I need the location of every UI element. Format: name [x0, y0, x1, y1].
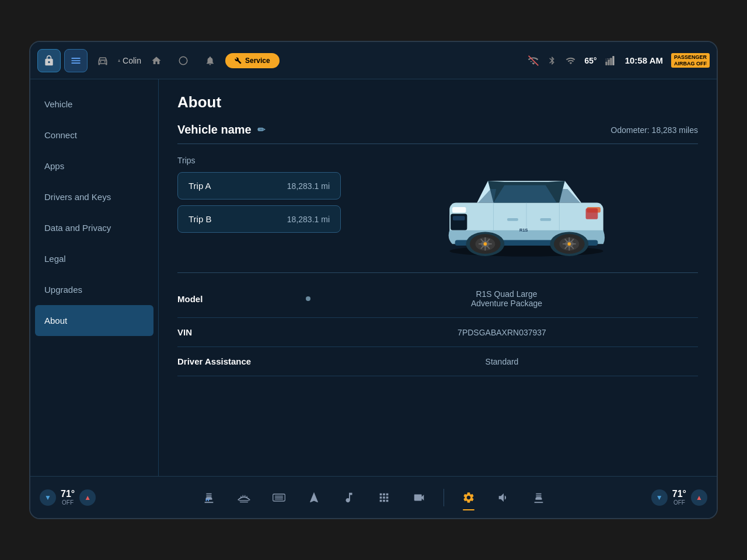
music-icon[interactable]: [338, 487, 359, 508]
right-temp-control: ▼ 71° OFF ▲: [602, 489, 707, 506]
vehicle-name-row: Vehicle name ✏ Odometer: 18,283 miles: [177, 123, 698, 136]
vin-value: 7PDSGABAXRN037937: [306, 328, 698, 337]
user-profile-btn[interactable]: Colin: [118, 49, 141, 72]
svg-rect-4: [605, 61, 607, 65]
settings-nav-icon-btn[interactable]: [64, 49, 88, 72]
vin-row: VIN 7PDSGABAXRN037937: [177, 318, 698, 347]
navigation-icon[interactable]: [303, 487, 324, 508]
home-icon-btn[interactable]: [145, 49, 168, 72]
defrost-front-icon[interactable]: [233, 487, 254, 508]
driver-assistance-label: Driver Assistance: [177, 356, 306, 366]
bell-icon-btn[interactable]: [198, 49, 222, 72]
trip-a-card[interactable]: Trip A 18,283.1 mi: [177, 172, 341, 200]
volume-icon[interactable]: [493, 487, 514, 508]
svg-rect-7: [612, 56, 614, 65]
sidebar-item-data-privacy[interactable]: Data and Privacy: [30, 212, 158, 243]
driver-assistance-value: Standard: [306, 357, 698, 366]
main-content-area: Vehicle Connect Apps Drivers and Keys Da…: [30, 79, 717, 476]
model-label: Model: [177, 294, 306, 304]
svg-rect-20: [586, 208, 598, 219]
svg-rect-14: [507, 218, 518, 221]
left-temp-down-btn[interactable]: ▼: [40, 489, 56, 506]
seat-heat-right-icon[interactable]: [528, 487, 549, 508]
airbag-warning-badge: PASSENGER AIRBAG OFF: [671, 53, 710, 68]
sidebar-item-vehicle[interactable]: Vehicle: [30, 89, 158, 120]
edit-vehicle-name-icon[interactable]: ✏: [257, 124, 265, 135]
right-temp-down-btn[interactable]: ▼: [651, 489, 668, 506]
right-temp-display: 71° OFF: [672, 489, 686, 506]
sidebar-nav: Vehicle Connect Apps Drivers and Keys Da…: [30, 79, 159, 476]
svg-rect-15: [540, 218, 551, 221]
trips-label: Trips: [177, 156, 341, 165]
content-panel: About Vehicle name ✏ Odometer: 18,283 mi…: [159, 79, 717, 476]
left-temp-up-btn[interactable]: ▲: [79, 489, 96, 506]
sidebar-item-apps[interactable]: Apps: [30, 150, 158, 181]
sidebar-item-about[interactable]: About: [35, 305, 153, 336]
top-bar-right-status: 65° LTE 10:58 AM PASSENGER AIRBAG OFF: [528, 53, 710, 68]
user-name-label: Colin: [123, 56, 141, 65]
svg-rect-6: [610, 58, 612, 65]
model-row: Model R1S Quad Large Adventure Package: [177, 280, 698, 318]
bluetooth-icon: [547, 55, 557, 66]
bottom-center-controls: [145, 487, 602, 508]
grid-apps-icon[interactable]: [374, 487, 395, 508]
trip-a-name: Trip A: [189, 181, 211, 191]
vin-label: VIN: [177, 327, 306, 337]
car-image-container: R1S: [355, 156, 698, 261]
trips-section: Trips Trip A 18,283.1 mi Trip B 18,283.1…: [177, 156, 341, 239]
right-temp-sub: OFF: [672, 499, 686, 506]
svg-rect-41: [206, 495, 211, 496]
trip-b-name: Trip B: [189, 214, 211, 224]
svg-text:R1S: R1S: [519, 228, 528, 233]
model-value: R1S Quad Large Adventure Package: [315, 289, 698, 308]
circle-icon-btn[interactable]: [172, 49, 195, 72]
top-navigation-bar: Colin Service: [30, 42, 717, 79]
left-temp-control: ▼ 71° OFF ▲: [40, 489, 145, 506]
sidebar-item-drivers-keys[interactable]: Drivers and Keys: [30, 181, 158, 212]
settings-icon[interactable]: [458, 487, 479, 508]
sidebar-item-upgrades[interactable]: Upgrades: [30, 274, 158, 305]
svg-point-2: [179, 57, 187, 65]
trip-b-card[interactable]: Trip B 18,283.1 mi: [177, 205, 341, 233]
right-temp-up-btn[interactable]: ▲: [691, 489, 707, 506]
right-temp-value: 71°: [672, 489, 686, 499]
vehicle-name-label: Vehicle name ✏: [177, 123, 265, 136]
service-button[interactable]: Service: [225, 53, 280, 68]
lock-icon-btn[interactable]: [37, 49, 61, 72]
info-section: Model R1S Quad Large Adventure Package V…: [177, 280, 698, 376]
left-temp-value: 71°: [61, 489, 75, 499]
antenna-icon: [528, 55, 539, 66]
driver-assistance-row: Driver Assistance Standard: [177, 347, 698, 376]
clock-display: 10:58 AM: [625, 55, 663, 65]
left-temp-sub: OFF: [61, 499, 75, 506]
svg-rect-18: [452, 207, 466, 212]
svg-rect-17: [453, 216, 465, 220]
svg-rect-48: [536, 495, 541, 496]
car-icon-btn[interactable]: [91, 49, 114, 72]
seat-heat-left-icon[interactable]: [198, 487, 219, 508]
svg-point-39: [568, 242, 571, 246]
trips-car-section: Trips Trip A 18,283.1 mi Trip B 18,283.1…: [177, 156, 698, 261]
svg-point-1: [104, 61, 106, 62]
page-title: About: [177, 93, 698, 111]
model-dot: [306, 296, 310, 301]
left-temp-display: 71° OFF: [61, 489, 75, 506]
divider-1: [177, 144, 698, 144]
camera-icon[interactable]: [409, 487, 430, 508]
main-screen: Colin Service: [29, 41, 718, 519]
top-bar-left-icons: Colin Service: [37, 49, 528, 72]
divider-2: [177, 272, 698, 273]
svg-point-30: [484, 242, 487, 246]
trip-b-miles: 18,283.1 mi: [287, 215, 330, 224]
car-illustration: R1S: [433, 156, 620, 261]
sidebar-item-connect[interactable]: Connect: [30, 120, 158, 150]
svg-text:LTE: LTE: [605, 58, 610, 61]
bottom-center-divider: [444, 489, 444, 506]
svg-point-0: [100, 61, 102, 62]
outside-temp: 65°: [585, 56, 597, 65]
rear-defrost-icon[interactable]: [268, 487, 289, 508]
bottom-control-bar: ▼ 71° OFF ▲: [30, 476, 717, 518]
odometer-display: Odometer: 18,283 miles: [611, 125, 698, 135]
service-label: Service: [245, 57, 270, 65]
sidebar-item-legal[interactable]: Legal: [30, 243, 158, 274]
